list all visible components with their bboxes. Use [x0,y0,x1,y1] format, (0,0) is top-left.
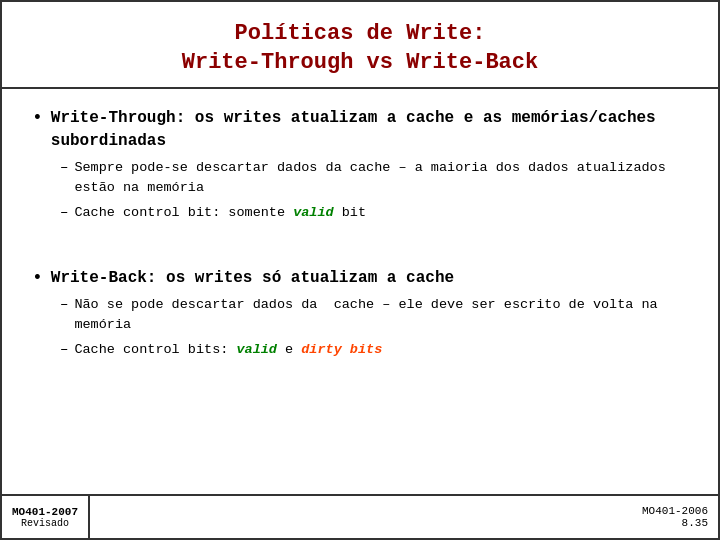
spacer [32,239,688,257]
valid-highlight-1: valid [293,205,334,220]
sub-item-2: – Cache control bit: somente valid bit [60,203,688,223]
footer-left-line1: MO401-2007 [12,506,78,518]
write-through-bullet-item: • Write-Through: os writes atualizam a c… [32,107,688,152]
footer-left: MO401-2007 Revisado [0,494,90,540]
slide-title: Políticas de Write: Write-Through vs Wri… [22,20,698,77]
slide-content: • Write-Through: os writes atualizam a c… [2,89,718,494]
footer-right: MO401-2006 8.35 [632,496,718,538]
bullet-2: • [32,268,43,288]
dash-4: – [60,341,68,357]
valid-highlight-2: valid [236,342,277,357]
footer-right-line2: 8.35 [682,517,708,529]
dirty-highlight: dirty bits [301,342,382,357]
write-back-sub-items: – Não se pode descartar dados da cache –… [60,295,688,360]
footer-right-line1: MO401-2006 [642,505,708,517]
sub-item-4: – Cache control bits: valid e dirty bits [60,340,688,360]
sub-text-4: Cache control bits: valid e dirty bits [74,340,382,360]
bullet-1: • [32,108,43,128]
sub-text-1: Sempre pode-se descartar dados da cache … [74,158,688,197]
dash-2: – [60,204,68,220]
write-back-section: • Write-Back: os writes só atualizam a c… [32,267,688,360]
sub-item-3: – Não se pode descartar dados da cache –… [60,295,688,334]
slide-footer: MO401-2007 Revisado MO401-2006 8.35 [2,494,718,538]
dash-3: – [60,296,68,312]
write-through-main-text: Write-Through: os writes atualizam a cac… [51,107,688,152]
slide-header: Políticas de Write: Write-Through vs Wri… [2,2,718,89]
write-through-sub-items: – Sempre pode-se descartar dados da cach… [60,158,688,223]
dash-1: – [60,159,68,175]
sub-item-1: – Sempre pode-se descartar dados da cach… [60,158,688,197]
write-through-section: • Write-Through: os writes atualizam a c… [32,107,688,222]
write-back-main-text: Write-Back: os writes só atualizam a cac… [51,267,454,289]
sub-text-3: Não se pode descartar dados da cache – e… [74,295,688,334]
footer-left-line2: Revisado [12,518,78,529]
sub-text-2: Cache control bit: somente valid bit [74,203,366,223]
write-back-bullet-item: • Write-Back: os writes só atualizam a c… [32,267,688,289]
title-line1: Políticas de Write: [235,21,486,46]
title-line2: Write-Through vs Write-Back [182,50,538,75]
slide: Políticas de Write: Write-Through vs Wri… [0,0,720,540]
